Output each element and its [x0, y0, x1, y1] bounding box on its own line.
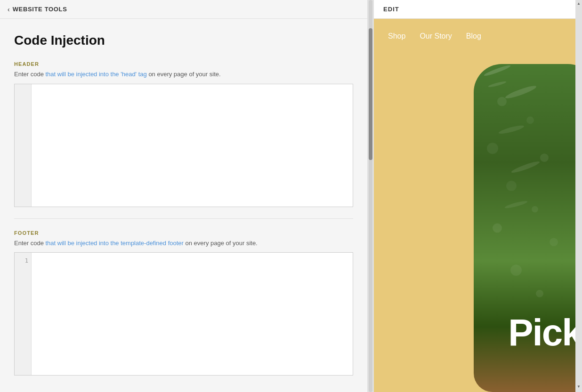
svg-point-10	[504, 84, 537, 100]
top-bar: ‹ WEBSITE TOOLS	[0, 0, 367, 19]
hero-text: Pickl	[508, 311, 582, 354]
svg-point-8	[510, 264, 522, 276]
footer-label: FOOTER	[14, 230, 353, 236]
edit-label: EDIT	[383, 6, 399, 13]
website-tools-title[interactable]: WEBSITE TOOLS	[13, 6, 67, 13]
header-description: Enter code that will be injected into th…	[14, 70, 353, 79]
left-content: Code Injection HEADER Enter code that wi…	[0, 19, 367, 392]
svg-point-3	[540, 153, 549, 162]
footer-description-link[interactable]: that will be injected into the template-…	[46, 240, 184, 247]
scrollbar-track	[369, 0, 372, 392]
scrollbar-thumb[interactable]	[369, 28, 372, 160]
svg-point-5	[532, 206, 538, 213]
svg-point-9	[536, 290, 543, 297]
preview-nav: Shop Our Story Blog	[374, 19, 582, 50]
svg-point-1	[526, 117, 534, 124]
scroll-down-arrow[interactable]: ▼	[577, 383, 581, 390]
svg-point-2	[487, 143, 498, 154]
footer-code-input[interactable]	[32, 253, 353, 375]
header-description-link[interactable]: that will be injected into the 'head' ta…	[46, 71, 147, 78]
footer-description: Enter code that will be injected into th…	[14, 239, 353, 248]
nav-item-shop[interactable]: Shop	[388, 32, 405, 40]
line-number-1: 1	[25, 256, 28, 265]
svg-point-13	[504, 200, 528, 209]
preview-content: Pickl	[374, 50, 582, 392]
left-panel: ‹ WEBSITE TOOLS Code Injection HEADER En…	[0, 0, 367, 392]
center-divider	[367, 0, 374, 392]
footer-code-editor: 1	[14, 252, 353, 376]
header-code-editor	[14, 84, 353, 207]
header-label: HEADER	[14, 61, 353, 67]
svg-point-7	[550, 238, 558, 246]
svg-point-11	[498, 124, 525, 135]
header-line-numbers	[15, 84, 32, 207]
nav-item-blog[interactable]: Blog	[466, 32, 481, 40]
right-scroll-arrows: ▲ ▼	[575, 0, 582, 392]
footer-section: FOOTER Enter code that will be injected …	[14, 230, 353, 376]
scroll-up-arrow[interactable]: ▲	[577, 0, 581, 7]
svg-point-12	[510, 160, 541, 174]
svg-point-4	[506, 181, 517, 191]
header-code-input[interactable]	[32, 84, 353, 207]
page-title: Code Injection	[14, 33, 353, 48]
back-arrow-icon[interactable]: ‹	[8, 6, 10, 13]
header-section: HEADER Enter code that will be injected …	[14, 61, 353, 207]
footer-line-numbers: 1	[15, 253, 32, 375]
nav-item-our-story[interactable]: Our Story	[420, 32, 452, 40]
right-panel: EDIT Shop Our Story Blog	[374, 0, 582, 392]
svg-point-6	[493, 224, 502, 233]
svg-point-0	[497, 97, 507, 106]
right-header: EDIT	[374, 0, 582, 19]
section-divider	[14, 218, 353, 219]
